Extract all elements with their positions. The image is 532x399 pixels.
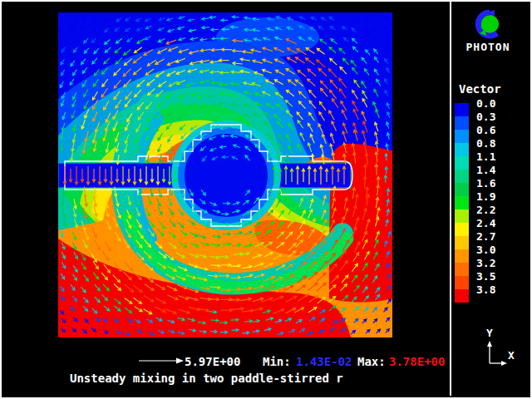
window-border <box>0 0 532 399</box>
photon-window: PHOTON Vector 0.00.30.60.81.11.41.61.92.… <box>0 0 532 399</box>
